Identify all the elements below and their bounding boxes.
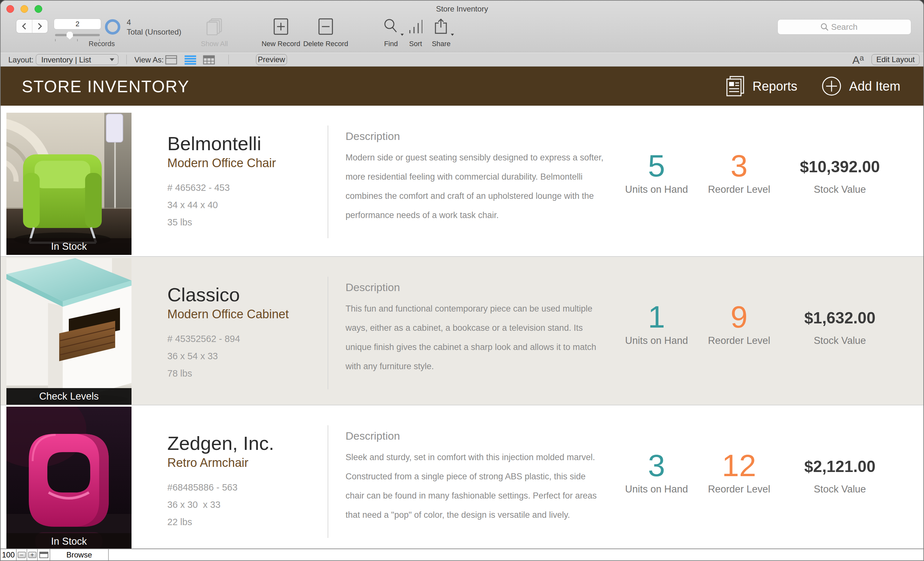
product-dimensions: 36 x 30 x 33 (167, 499, 220, 510)
divider (328, 277, 328, 390)
slider-thumb[interactable] (66, 32, 73, 39)
units-on-hand-label: Units on Hand (609, 483, 705, 495)
new-record-icon (273, 18, 289, 35)
product-weight: 78 lbs (167, 368, 192, 379)
found-count: 4 (127, 18, 131, 27)
chevron-down-icon (110, 58, 114, 61)
share-button[interactable]: Share (409, 17, 473, 49)
formatting-bar-button[interactable]: Aa (852, 54, 864, 66)
description-label: Description (345, 130, 400, 143)
stock-value-stat: $1,632.00 Stock Value (776, 257, 904, 405)
product-item-number: #68485886 - 563 (167, 482, 237, 493)
units-on-hand-stat: 3 Units on Hand (609, 405, 705, 550)
product-dimensions: 34 x 44 x 40 (167, 200, 218, 211)
list-view-icon (184, 55, 196, 65)
zoom-in-button[interactable]: + (27, 549, 38, 560)
reorder-level-label: Reorder Level (691, 335, 787, 346)
edit-layout-button[interactable]: Edit Layout (872, 54, 920, 65)
slider-track[interactable] (55, 34, 100, 36)
window-title: Store Inventory (1, 5, 923, 14)
status-bar-spacer (109, 549, 923, 560)
zoom-out-button[interactable]: − (16, 549, 27, 560)
stock-value-label: Stock Value (776, 184, 904, 196)
form-window-icon (39, 552, 48, 558)
stock-value-amount: $2,121.00 (776, 458, 904, 475)
product-photo-zedgen: In Stock (6, 407, 132, 550)
stock-value-label: Stock Value (776, 335, 904, 346)
reorder-level-label: Reorder Level (691, 483, 787, 495)
stock-value-amount: $1,632.00 (776, 309, 904, 326)
table-view-icon (203, 55, 215, 65)
search-input[interactable] (777, 19, 911, 35)
reorder-level-stat: 12 Reorder Level (691, 405, 787, 550)
product-description: Sleek and sturdy, set in comfort with th… (345, 448, 597, 525)
reorder-level-stat: 9 Reorder Level (691, 257, 787, 405)
toolbar: Store Inventory Records 4 Total (Unsorte… (1, 1, 923, 53)
plus-circle-icon (822, 76, 842, 96)
show-all-icon (206, 18, 223, 35)
reorder-level-stat: 3 Reorder Level (691, 106, 787, 256)
reports-button[interactable]: Reports (726, 66, 797, 106)
delete-record-icon (318, 18, 333, 35)
found-label: Total (Unsorted) (127, 27, 182, 36)
description-label: Description (345, 430, 400, 442)
record-slider[interactable] (55, 33, 100, 41)
units-on-hand-stat: 5 Units on Hand (609, 106, 705, 256)
view-as-form-button[interactable] (165, 55, 178, 65)
status-toolbar-toggle-button[interactable] (38, 549, 50, 560)
reorder-level-value: 9 (691, 301, 787, 333)
form-view-icon (165, 55, 177, 65)
view-as-list-button[interactable] (184, 55, 197, 65)
zoom-level[interactable]: 100 (1, 549, 16, 560)
record-row[interactable]: In Stock Zedgen, Inc. Retro Armchair #68… (1, 405, 923, 550)
units-on-hand-label: Units on Hand (609, 335, 705, 346)
units-on-hand-stat: 1 Units on Hand (609, 257, 705, 405)
stock-value-stat: $10,392.00 Stock Value (776, 106, 904, 256)
preview-button[interactable]: Preview (256, 54, 287, 65)
reorder-level-value: 3 (691, 150, 787, 182)
minus-icon: − (18, 552, 26, 558)
product-name: Zedgen, Inc. (167, 432, 274, 454)
next-record-button[interactable] (32, 20, 48, 33)
layout-popup-value: Inventory | List (41, 56, 91, 65)
units-on-hand-value: 1 (609, 301, 705, 333)
page-title: STORE INVENTORY (22, 77, 189, 96)
show-all-button[interactable]: Show All (182, 17, 246, 49)
dropdown-arrow-icon (451, 34, 454, 36)
units-on-hand-value: 5 (609, 150, 705, 182)
layout-label: Layout: (8, 56, 34, 65)
product-name: Classico (167, 284, 240, 306)
mode-popup[interactable]: Browse (50, 549, 109, 560)
product-subtitle: Retro Armchair (167, 456, 248, 470)
delete-record-button[interactable]: Delete Record (294, 17, 358, 49)
divider (328, 125, 328, 238)
status-bar: 100 − + Browse (1, 549, 923, 560)
product-description: Modern side or guest seating sensibly de… (345, 148, 603, 225)
record-row[interactable]: Check Levels Classico Modern Office Cabi… (1, 256, 923, 405)
view-as-table-button[interactable] (203, 55, 216, 65)
units-on-hand-label: Units on Hand (609, 184, 705, 196)
stock-value-stat: $2,121.00 Stock Value (776, 405, 904, 550)
found-set-pie-icon[interactable] (105, 19, 120, 35)
record-row[interactable]: In Stock Belmontelli Modern Office Chair… (1, 106, 923, 256)
reports-label: Reports (753, 79, 797, 93)
previous-record-button[interactable] (16, 20, 32, 33)
product-photo-belmontelli: In Stock (6, 113, 132, 255)
add-item-button[interactable]: Add Item (822, 66, 900, 106)
stock-value-amount: $10,392.00 (776, 158, 904, 176)
record-list: In Stock Belmontelli Modern Office Chair… (1, 106, 923, 550)
chevron-left-icon (22, 23, 26, 30)
chevron-right-icon (38, 23, 42, 30)
reorder-level-label: Reorder Level (691, 184, 787, 196)
page-header: STORE INVENTORY Reports Add Item (1, 66, 923, 106)
status-badge: In Stock (6, 533, 132, 550)
reports-icon (726, 76, 745, 96)
layout-popup[interactable]: Inventory | List (36, 54, 118, 65)
product-photo-classico: Check Levels (6, 258, 132, 405)
layout-bar: Layout: Inventory | List View As: (1, 53, 923, 66)
record-number-input[interactable] (54, 18, 101, 30)
product-name: Belmontelli (167, 132, 261, 155)
stock-value-label: Stock Value (776, 483, 904, 495)
status-badge: Check Levels (6, 388, 132, 405)
share-icon (433, 18, 449, 35)
